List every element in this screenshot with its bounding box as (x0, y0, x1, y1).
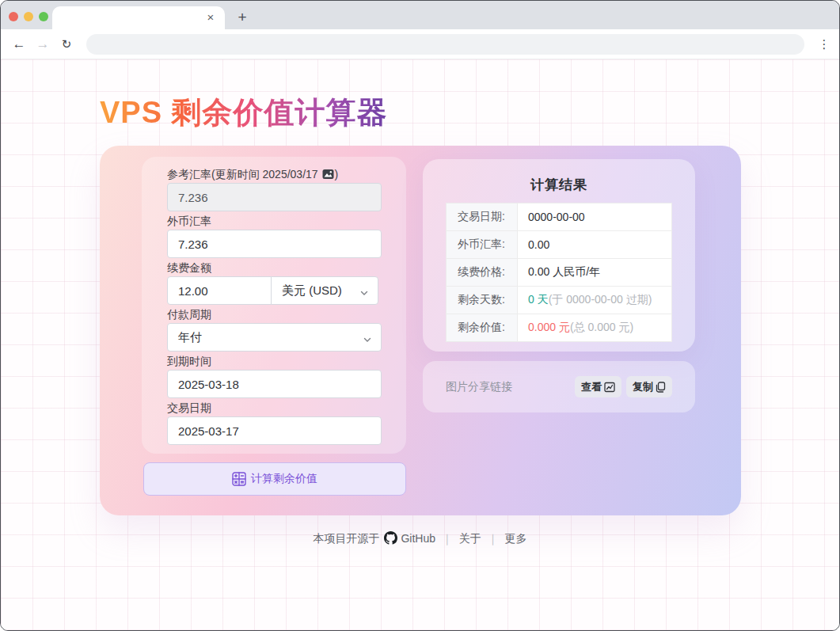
share-label: 图片分享链接 (446, 380, 512, 394)
remaining-days-value: 0 天 (528, 293, 549, 307)
table-row: 外币汇率: 0.00 (447, 231, 671, 259)
results-table: 交易日期: 0000-00-00 外币汇率: 0.00 续费价格: 0.00 人… (446, 203, 672, 342)
payment-cycle-label: 付款周期 (167, 307, 382, 321)
foreign-rate-label: 外币汇率 (167, 214, 382, 228)
remaining-value-amount: 0.000 元 (528, 321, 570, 335)
page-content: VPS 剩余价值计算器 参考汇率(更新时间 2025/03/17 ) 外币汇率 … (1, 59, 839, 630)
window-close-button[interactable] (9, 12, 18, 21)
window-zoom-button[interactable] (39, 12, 48, 21)
currency-select[interactable]: 美元 (USD) (271, 276, 378, 305)
address-bar[interactable] (86, 34, 804, 55)
expiry-date-label: 到期时间 (167, 354, 382, 368)
table-row: 续费价格: 0.00 人民币/年 (447, 259, 671, 287)
table-row: 剩余天数: 0 天(于 0000-00-00 过期) (447, 287, 671, 314)
transaction-date-label: 交易日期 (167, 401, 382, 415)
table-row: 交易日期: 0000-00-00 (447, 203, 671, 231)
renewal-amount-label: 续费金额 (167, 260, 382, 275)
chevron-down-icon (359, 287, 369, 300)
payment-cycle-select[interactable]: 年付 (167, 323, 382, 352)
tab-close-icon[interactable]: × (204, 10, 217, 25)
results-title: 计算结果 (423, 176, 695, 194)
new-tab-button[interactable]: + (232, 7, 253, 28)
window-minimize-button[interactable] (24, 12, 33, 21)
share-card: 图片分享链接 查看 复制 (423, 361, 695, 412)
github-icon (384, 534, 397, 547)
footer-text: 本项目开源于 (313, 532, 379, 545)
browser-toolbar: ← → ↻ ⋮ (1, 29, 839, 59)
copy-link-button[interactable]: 复制 (626, 376, 672, 397)
calculator-card: 参考汇率(更新时间 2025/03/17 ) 外币汇率 续费金额 美元 (USD… (100, 146, 741, 515)
rate-source-image-icon (322, 169, 334, 183)
more-link[interactable]: 更多 (505, 532, 527, 545)
transaction-date-input[interactable] (167, 416, 382, 445)
expiry-date-input[interactable] (167, 370, 382, 398)
calculate-button[interactable]: 计算剩余价值 (143, 462, 406, 496)
input-form-panel: 参考汇率(更新时间 2025/03/17 ) 外币汇率 续费金额 美元 (USD… (142, 157, 406, 454)
table-row: 剩余价值: 0.000 元(总 0.000 元) (447, 314, 671, 342)
reference-rate-label: 参考汇率(更新时间 2025/03/17 ) (167, 167, 382, 181)
view-image-button[interactable]: 查看 (575, 376, 621, 397)
reference-rate-input (167, 183, 382, 211)
foreign-rate-input[interactable] (167, 230, 382, 258)
results-panel: 计算结果 交易日期: 0000-00-00 外币汇率: 0.00 续费价格: 0… (423, 159, 695, 352)
copy-icon (656, 382, 666, 393)
image-preview-icon (604, 382, 615, 393)
forward-button[interactable]: → (32, 34, 53, 55)
page-title: VPS 剩余价值计算器 (100, 93, 388, 133)
github-link[interactable]: GitHub (401, 532, 435, 545)
browser-window: × + ← → ↻ ⋮ VPS 剩余价值计算器 参考汇率(更新时间 2025/0… (0, 0, 840, 631)
browser-menu-icon[interactable]: ⋮ (817, 37, 831, 51)
about-link[interactable]: 关于 (459, 532, 481, 545)
renewal-amount-input[interactable] (167, 276, 272, 305)
reload-button[interactable]: ↻ (56, 34, 77, 55)
chevron-down-icon (363, 333, 372, 347)
calculator-icon (232, 472, 246, 486)
tab-strip: × + (1, 1, 839, 29)
window-controls (9, 12, 48, 21)
back-button[interactable]: ← (9, 34, 29, 55)
page-footer: 本项目开源于GitHub｜关于｜更多 (1, 531, 839, 547)
browser-tab[interactable]: × (52, 6, 225, 29)
